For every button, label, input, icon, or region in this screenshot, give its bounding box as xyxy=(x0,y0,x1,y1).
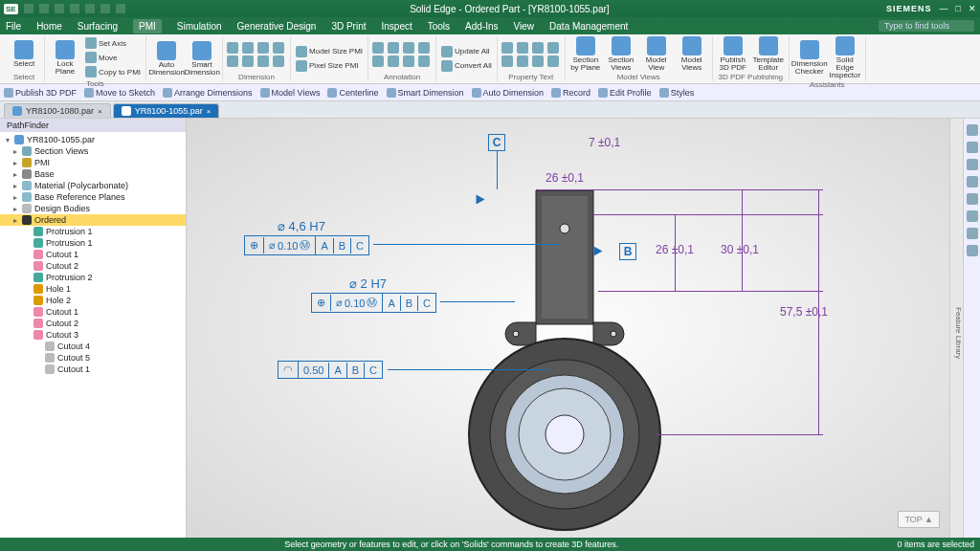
ribbon-button-copy-to-pmi[interactable]: Copy to PMI xyxy=(84,65,142,78)
ribbon-button-smart-dimension[interactable]: Smart Dimension xyxy=(186,41,218,77)
minimize-button[interactable]: — xyxy=(940,4,948,13)
ribbon-tool-icon[interactable] xyxy=(242,42,254,54)
ribbon-tool-icon[interactable] xyxy=(403,42,414,54)
close-tab-button[interactable]: × xyxy=(98,107,102,116)
document-tab[interactable]: YR8100-1080.par× xyxy=(4,103,111,118)
quick-cmd-arrange-dimensions[interactable]: Arrange Dimensions xyxy=(163,88,253,98)
ribbon-tool-icon[interactable] xyxy=(242,55,254,67)
ribbon-tool-icon[interactable] xyxy=(372,55,384,67)
quick-cmd-centerline[interactable]: Centerline xyxy=(327,88,378,98)
ribbon-button-solid-edge-inspector[interactable]: Solid Edge Inspector xyxy=(829,36,861,79)
ribbon-button-set-axis[interactable]: Set Axis xyxy=(84,36,142,50)
menu-simulation[interactable]: Simulation xyxy=(177,21,222,32)
ribbon-tool-icon[interactable] xyxy=(227,55,238,67)
view-tool-icon[interactable] xyxy=(967,245,978,256)
ribbon-tool-icon[interactable] xyxy=(532,42,544,54)
close-tab-button[interactable]: × xyxy=(207,107,212,116)
qat-icon[interactable] xyxy=(116,4,125,13)
qat-icon[interactable] xyxy=(39,4,49,13)
ribbon-tool-icon[interactable] xyxy=(517,55,528,67)
tree-item[interactable]: Cutout 1 xyxy=(0,364,186,375)
quick-cmd-publish-3d-pdf[interactable]: Publish 3D PDF xyxy=(4,88,77,98)
menu-home[interactable]: Home xyxy=(36,21,62,32)
tree-item[interactable]: ▸Base Reference Planes xyxy=(0,191,186,203)
graphics-view[interactable]: Feature Library ⌀ 4,6 H7 xyxy=(187,119,963,538)
ribbon-tool-icon[interactable] xyxy=(418,55,430,67)
menu-view[interactable]: View xyxy=(514,21,535,32)
ribbon-button-publish-3d-pdf[interactable]: Publish 3D PDF xyxy=(717,36,749,72)
quick-cmd-edit-profile[interactable]: Edit Profile xyxy=(598,88,652,98)
ribbon-tool-icon[interactable] xyxy=(257,42,269,54)
ribbon-tool-icon[interactable] xyxy=(501,55,513,67)
ribbon-tool-icon[interactable] xyxy=(257,55,269,67)
tree-item[interactable]: ▸Base xyxy=(0,168,186,180)
quick-cmd-smart-dimension[interactable]: Smart Dimension xyxy=(387,88,464,98)
ribbon-tool-icon[interactable] xyxy=(273,55,284,67)
menu-add-ins[interactable]: Add-Ins xyxy=(465,21,498,32)
ribbon-tool-icon[interactable] xyxy=(227,42,238,54)
tree-item[interactable]: ▸Section Views xyxy=(0,145,186,157)
ribbon-tool-icon[interactable] xyxy=(532,55,544,67)
menu-file[interactable]: File xyxy=(6,21,21,32)
ribbon-button-lock-plane[interactable]: Lock Plane xyxy=(49,40,81,76)
document-tab[interactable]: YR8100-1055.par× xyxy=(113,103,220,118)
quick-cmd-auto-dimension[interactable]: Auto Dimension xyxy=(472,88,545,98)
qat-icon[interactable] xyxy=(70,4,79,13)
ribbon-tool-icon[interactable] xyxy=(547,55,559,67)
ribbon-button-auto-dimension[interactable]: Auto Dimension xyxy=(150,41,183,77)
tree-item[interactable]: Protrusion 1 xyxy=(0,226,186,237)
ribbon-button-move[interactable]: Move xyxy=(84,51,142,64)
menu-tools[interactable]: Tools xyxy=(428,21,450,32)
ribbon-button-model-views[interactable]: Model Views xyxy=(676,36,708,72)
tree-item[interactable]: Cutout 2 xyxy=(0,318,186,329)
ribbon-button-model-size-pmi[interactable]: Model Size PMI xyxy=(295,45,364,58)
qat-icon[interactable] xyxy=(100,4,110,13)
view-tool-icon[interactable] xyxy=(967,210,978,222)
ribbon-button-model-view[interactable]: Model View xyxy=(640,36,673,72)
ribbon-tool-icon[interactable] xyxy=(273,42,284,54)
feature-library-tab[interactable]: Feature Library xyxy=(949,119,963,538)
ribbon-button-update-all[interactable]: Update All xyxy=(440,45,493,58)
search-input[interactable]: Type to find tools xyxy=(879,20,974,32)
top-button[interactable]: TOP ▲ xyxy=(898,511,940,528)
menu-surfacing[interactable]: Surfacing xyxy=(78,21,118,32)
view-tool-icon[interactable] xyxy=(967,228,978,239)
ribbon-button-template-editor[interactable]: Template Editor xyxy=(752,36,785,72)
view-tool-icon[interactable] xyxy=(967,176,978,187)
tree-item[interactable]: Cutout 2 xyxy=(0,260,186,272)
tree-item[interactable]: Cutout 1 xyxy=(0,306,186,318)
menu-pmi[interactable]: PMI xyxy=(133,19,162,33)
tree-item[interactable]: Hole 1 xyxy=(0,283,186,295)
ribbon-button-section-views[interactable]: Section Views xyxy=(605,36,637,72)
menu-inspect[interactable]: Inspect xyxy=(382,21,412,32)
tree-item[interactable]: Cutout 1 xyxy=(0,249,186,260)
ribbon-tool-icon[interactable] xyxy=(501,42,513,54)
tree-root[interactable]: ▾YR8100-1055.par xyxy=(0,134,186,145)
qat-icon[interactable] xyxy=(85,4,95,13)
ribbon-tool-icon[interactable] xyxy=(403,55,414,67)
ribbon-tool-icon[interactable] xyxy=(372,42,384,54)
ribbon-button-section-by-plane[interactable]: Section by Plane xyxy=(569,36,602,72)
ribbon-button-dimension-checker[interactable]: Dimension Checker xyxy=(793,40,826,76)
quick-cmd-styles[interactable]: Styles xyxy=(659,88,695,98)
tree-item[interactable]: Cutout 5 xyxy=(0,352,186,364)
quick-cmd-move-to-sketch[interactable]: Move to Sketch xyxy=(84,88,155,98)
ribbon-tool-icon[interactable] xyxy=(388,55,399,67)
tree-item[interactable]: ▸Design Bodies xyxy=(0,203,186,214)
tree-item[interactable]: ▸Material (Polycarbonate) xyxy=(0,180,186,191)
view-tool-icon[interactable] xyxy=(967,142,978,153)
view-tool-icon[interactable] xyxy=(967,159,978,170)
qat-icon[interactable] xyxy=(24,4,33,13)
tree-item[interactable]: ▸PMI xyxy=(0,157,186,168)
qat-icon[interactable] xyxy=(55,4,64,13)
ribbon-tool-icon[interactable] xyxy=(388,42,399,54)
menu-generative-design[interactable]: Generative Design xyxy=(237,21,317,32)
ribbon-tool-icon[interactable] xyxy=(517,42,528,54)
close-button[interactable]: ✕ xyxy=(969,4,976,13)
ribbon-tool-icon[interactable] xyxy=(418,42,430,54)
tree-item[interactable]: ▸Ordered xyxy=(0,214,186,226)
tree-item[interactable]: Protrusion 1 xyxy=(0,237,186,249)
ribbon-tool-icon[interactable] xyxy=(547,42,559,54)
tree-item[interactable]: Protrusion 2 xyxy=(0,272,186,283)
quick-cmd-record[interactable]: Record xyxy=(551,88,590,98)
